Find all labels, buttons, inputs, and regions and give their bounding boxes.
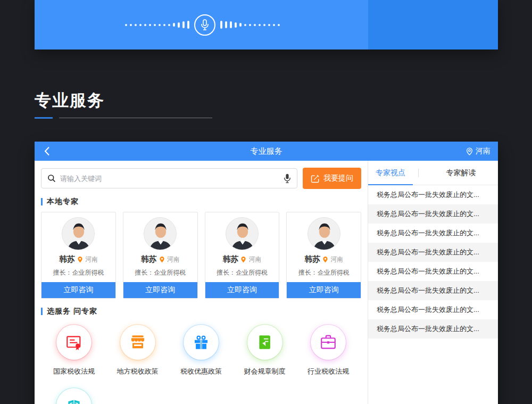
- service-item-industry-tax-regulations[interactable]: 行业税收法规: [301, 325, 356, 376]
- expert-name: 韩苏: [304, 254, 320, 265]
- microphone-icon[interactable]: [194, 14, 215, 36]
- storefront-icon: [129, 333, 147, 351]
- expert-card[interactable]: 韩苏 河南 擅长：企业所得税 立即咨询: [205, 212, 280, 299]
- ask-question-button[interactable]: 我要提问: [303, 168, 361, 189]
- gift-icon: [192, 333, 210, 351]
- expert-card[interactable]: 韩苏 河南 擅长：企业所得税 立即咨询: [286, 212, 361, 299]
- main-content: 我要提问 本地专家: [35, 161, 368, 404]
- voice-input-icon[interactable]: [284, 174, 291, 184]
- service-item-national-tax-regulations[interactable]: 国家税收法规: [46, 325, 102, 376]
- service-item-local-tax-policy[interactable]: 地方税收政策: [110, 325, 165, 376]
- services-grid-row-1: 国家税收法规 地方税收政策: [41, 325, 361, 376]
- service-item-more[interactable]: [46, 388, 102, 404]
- expert-card[interactable]: 韩苏 河南 擅长：企业所得税 立即咨询: [41, 212, 116, 299]
- sidebar-tabs: 专家视点 专家解读: [368, 161, 498, 185]
- briefcase-icon: [319, 333, 337, 351]
- consult-now-button[interactable]: 立即咨询: [123, 282, 197, 298]
- expert-specialty: 擅长：企业所得税: [205, 268, 279, 277]
- voice-search-banner: [35, 0, 498, 50]
- search-box: [41, 168, 297, 188]
- news-item[interactable]: 税务总局公布一批失效废止的文...: [368, 224, 498, 243]
- heading-underline: [35, 117, 301, 119]
- expert-location: 河南: [248, 255, 261, 264]
- news-item[interactable]: 税务总局公布一批失效废止的文...: [368, 319, 498, 339]
- avatar: [62, 217, 95, 250]
- service-label: 税收优惠政策: [180, 367, 222, 376]
- consult-now-button[interactable]: 立即咨询: [41, 282, 115, 298]
- expert-name: 韩苏: [141, 254, 157, 265]
- avatar: [307, 217, 340, 250]
- app-header: 专业服务 河南: [35, 142, 498, 161]
- tab-expert-viewpoint[interactable]: 专家视点: [368, 161, 413, 185]
- expert-specialty: 擅长：企业所得税: [41, 268, 115, 277]
- news-item[interactable]: 税务总局公布一批失效废止的文...: [368, 243, 498, 262]
- section-bar: [41, 308, 43, 315]
- service-item-tax-incentive-policy[interactable]: 税收优惠政策: [173, 325, 229, 376]
- tab-label: 专家解读: [446, 168, 476, 178]
- pin-icon: [77, 256, 83, 263]
- certificate-icon: [65, 333, 83, 351]
- location-label: 河南: [476, 146, 491, 156]
- expert-specialty: 擅长：企业所得税: [287, 268, 361, 277]
- avatar: [226, 217, 259, 250]
- page-title: 专业服务: [35, 89, 301, 112]
- search-input[interactable]: [60, 175, 279, 183]
- expert-location: 河南: [85, 255, 98, 264]
- expert-location: 河南: [167, 255, 180, 264]
- search-icon: [47, 174, 56, 183]
- section-bar: [41, 198, 43, 205]
- ledger-icon: [256, 333, 274, 351]
- voice-waveform: [125, 0, 280, 50]
- news-item[interactable]: 税务总局公布一批失效废止的文...: [368, 204, 498, 224]
- service-label: 国家税收法规: [53, 367, 95, 376]
- services-grid-row-2: [41, 388, 361, 404]
- expert-name: 韩苏: [222, 254, 238, 265]
- location-pin-icon: [466, 147, 473, 155]
- expert-location: 河南: [330, 255, 343, 264]
- service-label: 地方税收政策: [117, 367, 159, 376]
- news-item[interactable]: 税务总局公布一批失效废止的文...: [368, 262, 498, 281]
- pin-icon: [322, 256, 328, 263]
- banner-right-panel: [368, 0, 498, 50]
- app-panel: 专业服务 河南: [35, 142, 498, 404]
- service-item-finance-accounting-rules[interactable]: 财会规章制度: [237, 325, 293, 376]
- avatar: [144, 217, 177, 250]
- tab-divider: [418, 169, 419, 177]
- local-experts-section-title: 本地专家: [41, 197, 361, 207]
- expert-cards: 韩苏 河南 擅长：企业所得税 立即咨询: [41, 212, 361, 299]
- pin-icon: [159, 256, 165, 263]
- service-label: 行业税收法规: [307, 367, 349, 376]
- expert-name: 韩苏: [59, 254, 75, 265]
- consult-now-button[interactable]: 立即咨询: [287, 282, 361, 298]
- open-book-icon: [65, 397, 83, 404]
- news-list: 税务总局公布一批失效废止的文... 税务总局公布一批失效废止的文... 税务总局…: [368, 185, 498, 339]
- consult-now-button[interactable]: 立即咨询: [205, 282, 279, 298]
- edit-icon: [311, 174, 320, 183]
- app-title: 专业服务: [35, 146, 498, 156]
- section-heading: 专业服务: [35, 89, 301, 119]
- expert-specialty: 擅长：企业所得税: [123, 268, 197, 277]
- ask-question-label: 我要提问: [323, 174, 353, 183]
- service-label: 财会规章制度: [244, 367, 286, 376]
- tab-label: 专家视点: [376, 168, 405, 178]
- pin-icon: [240, 256, 246, 263]
- news-item[interactable]: 税务总局公布一批失效废止的文...: [368, 300, 498, 319]
- news-item[interactable]: 税务总局公布一批失效废止的文...: [368, 281, 498, 300]
- page: 专业服务 专业服务 河南: [0, 0, 532, 404]
- location-selector[interactable]: 河南: [466, 142, 491, 161]
- expert-news-sidebar: 专家视点 专家解读 税务总局公布一批失效废止的文... 税务总局公布一批失效废止…: [368, 161, 498, 404]
- tab-expert-interpretation[interactable]: 专家解读: [424, 161, 498, 185]
- services-section-title: 选服务 问专家: [41, 307, 361, 316]
- news-item[interactable]: 税务总局公布一批失效废止的文...: [368, 185, 498, 204]
- expert-card[interactable]: 韩苏 河南 擅长：企业所得税 立即咨询: [123, 212, 198, 299]
